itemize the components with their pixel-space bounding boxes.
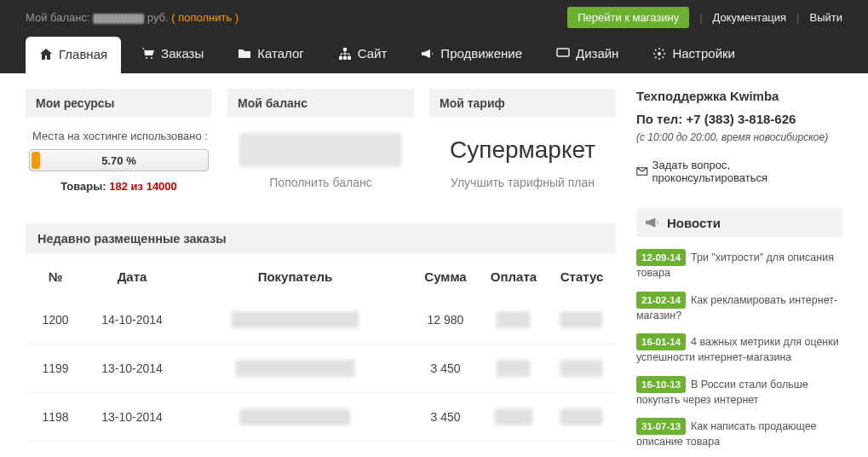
nav-label: Каталог (257, 46, 304, 61)
hosting-progress: 5.70 % (29, 149, 209, 171)
support-title: Техподдержка Kwimba (636, 89, 842, 103)
nav-catalog[interactable]: Каталог (224, 35, 318, 73)
topup-balance-link[interactable]: Пополнить баланс (231, 176, 411, 189)
support-phone: По тел: +7 (383) 3-818-626 (636, 112, 842, 126)
svg-rect-2 (343, 56, 347, 60)
balance-title: Мой баланс (227, 89, 414, 118)
buyer-blurred (240, 408, 351, 425)
go-to-store-button[interactable]: Перейти к магазину (567, 7, 689, 28)
payment-blurred (497, 311, 531, 328)
news-header: Новости (636, 208, 842, 237)
svg-point-5 (658, 52, 661, 55)
news-item[interactable]: 16-01-144 важных метрики для оценки успе… (636, 333, 842, 366)
nav-design[interactable]: Дизайн (543, 35, 632, 73)
news-date: 12-09-14 (636, 249, 686, 266)
documentation-link[interactable]: Документация (713, 11, 787, 24)
news-item[interactable]: 16-10-13В России стали больше покупать ч… (636, 376, 842, 408)
orders-table: № Дата Покупатель Сумма Оплата Статус 12… (26, 257, 616, 442)
status-blurred (560, 311, 603, 328)
nav-label: Продвижение (440, 46, 522, 61)
bullhorn-icon (645, 215, 660, 230)
news-item[interactable]: 21-02-14Как рекламировать интернет-магаз… (636, 292, 842, 324)
balance-value-blurred (93, 14, 144, 24)
buyer-blurred (232, 311, 359, 328)
col-payment: Оплата (480, 257, 548, 296)
tariff-name: Супермаркет (433, 136, 612, 164)
col-number: № (26, 257, 85, 296)
sitemap-icon (338, 47, 352, 61)
recent-orders-title: Недавно размещенные заказы (26, 223, 616, 254)
folder-icon (238, 47, 251, 61)
payment-blurred (497, 360, 531, 377)
balance-card: Мой баланс Пополнить баланс (227, 89, 414, 205)
resources-title: Мои ресурсы (26, 89, 212, 118)
tariff-title: Мой тариф (429, 89, 616, 118)
col-status: Статус (548, 257, 616, 296)
home-icon (39, 48, 53, 61)
nav-label: Главная (59, 47, 107, 61)
nav-settings[interactable]: Настройки (639, 35, 749, 73)
nav-promo[interactable]: Продвижение (407, 35, 536, 73)
news-date: 16-01-14 (636, 333, 686, 350)
col-buyer: Покупатель (179, 257, 411, 296)
topup-link[interactable]: ( пополнить ) (171, 11, 239, 24)
payment-blurred (495, 408, 533, 425)
support-hours: (с 10:00 до 20:00, время новосибирское) (636, 131, 842, 143)
progress-percent: 5.70 % (30, 150, 208, 172)
status-blurred (560, 360, 603, 377)
buyer-blurred (236, 360, 355, 377)
nav-label: Сайт (358, 46, 388, 61)
news-date: 21-02-14 (636, 292, 686, 309)
svg-rect-3 (348, 56, 351, 60)
balance-display: Мой баланс: руб. ( пополнить ) (26, 11, 239, 24)
logout-link[interactable]: Выйти (810, 11, 843, 24)
table-row[interactable]: 1200 14-10-2014 12 980 (26, 296, 616, 344)
balance-value-blurred (239, 133, 402, 167)
news-date: 31-07-13 (636, 418, 686, 435)
topbar: Мой баланс: руб. ( пополнить ) Перейти к… (0, 0, 868, 35)
nav-label: Настройки (672, 46, 735, 61)
balance-suffix: руб. (147, 11, 169, 24)
nav-orders[interactable]: Заказы (128, 35, 217, 73)
news-date: 16-10-13 (636, 376, 686, 393)
ask-question-link[interactable]: Задать вопрос, проконсультироваться (636, 159, 842, 184)
svg-rect-1 (339, 56, 342, 60)
nav-label: Заказы (161, 46, 204, 61)
table-row[interactable]: 1199 13-10-2014 3 450 (26, 344, 616, 393)
bullhorn-icon (421, 47, 434, 61)
tariff-card: Мой тариф Супермаркет Улучшить тарифный … (429, 89, 616, 205)
goods-line: Товары: 182 из 14000 (29, 180, 209, 193)
hosting-label: Места на хостинге использовано : (29, 130, 209, 142)
main-nav: Главная Заказы Каталог Сайт Продвижение … (0, 35, 868, 73)
balance-label: Мой баланс: (26, 11, 90, 24)
resources-card: Мои ресурсы Места на хостинге использова… (26, 89, 212, 205)
nav-site[interactable]: Сайт (325, 35, 401, 73)
news-item[interactable]: 12-09-14Три "хитрости" для описания това… (636, 249, 842, 281)
news-title: Новости (667, 216, 721, 230)
svg-rect-4 (557, 49, 569, 56)
col-date: Дата (85, 257, 179, 296)
nav-main[interactable]: Главная (26, 37, 121, 73)
cart-icon (141, 47, 155, 61)
table-row[interactable]: 1198 13-10-2014 3 450 (26, 393, 616, 442)
desktop-icon (556, 47, 570, 61)
status-blurred (560, 408, 603, 425)
envelope-icon (636, 165, 648, 177)
news-item[interactable]: 31-07-13Как написать продающее описание … (636, 418, 842, 450)
gears-icon (652, 47, 666, 61)
nav-label: Дизайн (576, 46, 618, 61)
col-sum: Сумма (411, 257, 480, 296)
improve-tariff-link[interactable]: Улучшить тарифный план (433, 176, 612, 189)
svg-rect-0 (343, 48, 347, 51)
